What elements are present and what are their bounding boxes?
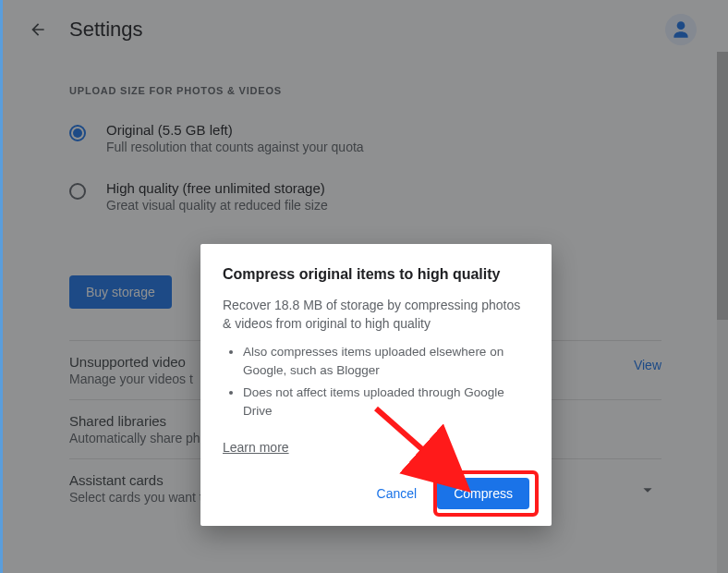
compress-button[interactable]: Compress (437, 478, 529, 509)
compress-dialog: Compress original items to high quality … (200, 244, 552, 526)
learn-more-link[interactable]: Learn more (223, 440, 289, 455)
cancel-button[interactable]: Cancel (366, 479, 429, 508)
dialog-bullet: Does not affect items uploaded through G… (243, 384, 529, 421)
dialog-title: Compress original items to high quality (223, 266, 529, 283)
dialog-bullet: Also compresses items uploaded elsewhere… (243, 343, 529, 381)
dialog-body: Recover 18.8 MB of storage by compressin… (223, 296, 529, 334)
